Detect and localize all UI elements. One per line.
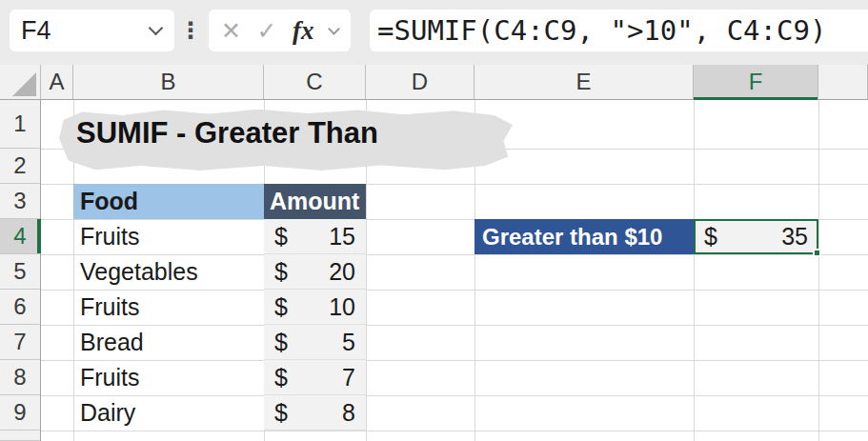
amount-value: 20 bbox=[329, 258, 355, 286]
result-value: 35 bbox=[781, 223, 808, 251]
column-header-b[interactable]: B bbox=[73, 65, 264, 99]
column-header-c[interactable]: C bbox=[264, 65, 366, 99]
insert-function-icon[interactable]: fx bbox=[293, 16, 314, 46]
amount-cell-c6[interactable]: $10 bbox=[264, 290, 366, 325]
food-cell-b7[interactable]: Bread bbox=[73, 325, 264, 360]
amount-cell-c5[interactable]: $20 bbox=[264, 254, 366, 290]
name-box[interactable]: F4 bbox=[10, 10, 174, 51]
amount-cell-c9[interactable]: $8 bbox=[264, 395, 366, 431]
row-header-4[interactable]: 4 bbox=[0, 219, 40, 254]
currency-symbol: $ bbox=[274, 293, 288, 321]
gridline bbox=[41, 431, 868, 431]
amount-header-cell[interactable]: Amount bbox=[264, 184, 366, 219]
amount-cell-c7[interactable]: $5 bbox=[264, 325, 366, 360]
column-header-d[interactable]: D bbox=[366, 65, 474, 99]
amount-value: 10 bbox=[329, 293, 355, 321]
formula-text: =SUMIF(C4:C9, ">10", C4:C9) bbox=[377, 14, 826, 47]
excel-window: F4 ⋮ ✕ ✓ fx =SUMIF(C4:C9, ">10", C4:C9) … bbox=[0, 0, 868, 441]
amount-cell-c8[interactable]: $7 bbox=[264, 360, 366, 395]
food-cell-b9[interactable]: Dairy bbox=[73, 395, 264, 431]
currency-symbol: $ bbox=[704, 223, 717, 251]
select-all-button[interactable] bbox=[0, 65, 41, 99]
result-value-cell[interactable]: $ 35 bbox=[694, 219, 818, 254]
food-cell-b5[interactable]: Vegetables bbox=[73, 254, 264, 290]
food-header-cell[interactable]: Food bbox=[73, 184, 264, 219]
gridline bbox=[694, 100, 695, 441]
formula-bar: F4 ⋮ ✕ ✓ fx =SUMIF(C4:C9, ">10", C4:C9) bbox=[0, 0, 868, 65]
formula-input[interactable]: =SUMIF(C4:C9, ">10", C4:C9) bbox=[370, 10, 868, 51]
gridline bbox=[818, 100, 819, 441]
amount-value: 7 bbox=[342, 364, 355, 391]
row-header-6[interactable]: 6 bbox=[0, 290, 40, 325]
food-cell-b4[interactable]: Fruits bbox=[73, 219, 264, 254]
currency-symbol: $ bbox=[274, 399, 288, 427]
fill-handle[interactable] bbox=[813, 249, 821, 257]
chevron-down-icon[interactable] bbox=[149, 21, 164, 36]
column-header-f[interactable]: F bbox=[694, 65, 818, 99]
food-cell-b8[interactable]: Fruits bbox=[73, 360, 264, 395]
more-options-icon[interactable]: ⋮ bbox=[176, 10, 205, 51]
sheet-grid: A B C D E F 1 2 3 4 5 6 7 8 9 Food Amoun… bbox=[0, 65, 868, 441]
currency-symbol: $ bbox=[274, 258, 288, 286]
row-header-8[interactable]: 8 bbox=[0, 360, 40, 395]
row-header-1[interactable]: 1 bbox=[0, 100, 40, 149]
column-header-e[interactable]: E bbox=[474, 65, 694, 99]
select-all-triangle-icon bbox=[12, 72, 36, 96]
column-header-a[interactable]: A bbox=[41, 65, 73, 99]
row-header-partial[interactable] bbox=[0, 431, 40, 441]
chevron-down-icon[interactable] bbox=[328, 23, 340, 35]
amount-value: 5 bbox=[342, 329, 355, 356]
row-header-2[interactable]: 2 bbox=[0, 149, 40, 184]
row-header-9[interactable]: 9 bbox=[0, 395, 40, 431]
amount-value: 8 bbox=[342, 399, 355, 427]
cancel-icon[interactable]: ✕ bbox=[221, 19, 241, 43]
sheet-title: SUMIF - Greater Than bbox=[76, 116, 378, 150]
result-label-cell[interactable]: Greater than $10 bbox=[474, 219, 694, 254]
food-cell-b6[interactable]: Fruits bbox=[73, 290, 264, 325]
row-header-3[interactable]: 3 bbox=[0, 184, 40, 219]
name-box-value: F4 bbox=[21, 16, 51, 46]
column-header-partial[interactable] bbox=[818, 65, 868, 99]
row-header-7[interactable]: 7 bbox=[0, 325, 40, 360]
amount-cell-c4[interactable]: $15 bbox=[264, 219, 366, 254]
formula-toolbar: ✕ ✓ fx bbox=[209, 10, 351, 51]
row-header-5[interactable]: 5 bbox=[0, 254, 40, 290]
enter-icon[interactable]: ✓ bbox=[256, 19, 276, 43]
currency-symbol: $ bbox=[274, 329, 288, 356]
currency-symbol: $ bbox=[274, 223, 288, 251]
amount-value: 15 bbox=[329, 223, 355, 251]
currency-symbol: $ bbox=[274, 364, 288, 391]
